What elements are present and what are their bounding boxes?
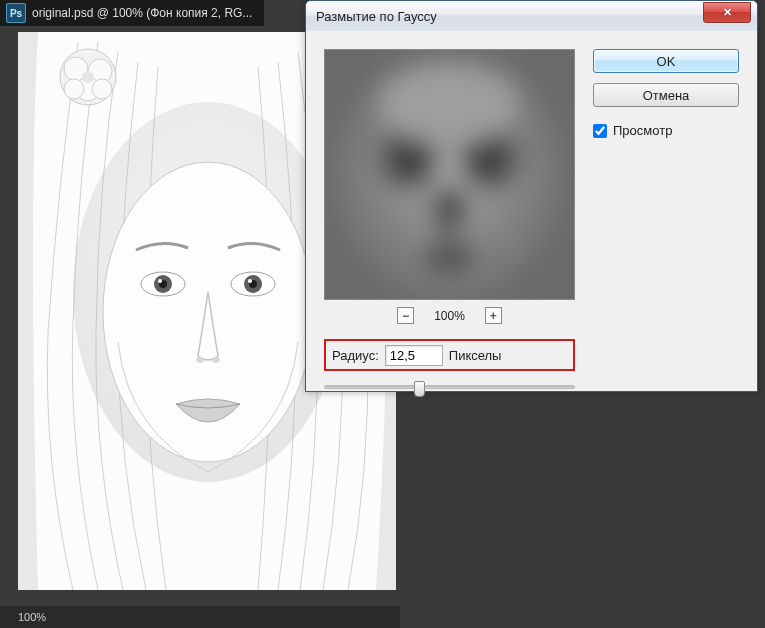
dialog-content: − 100% + Радиус: Пикселы OK Отмена Просм…: [306, 31, 757, 393]
preview-checkbox-row[interactable]: Просмотр: [593, 123, 739, 138]
zoom-controls: − 100% +: [324, 307, 575, 324]
slider-rail: [324, 385, 575, 389]
svg-point-13: [158, 279, 162, 283]
zoom-in-button[interactable]: +: [485, 307, 502, 324]
dialog-title: Размытие по Гауссу: [316, 9, 437, 24]
dialog-buttons: OK Отмена Просмотр: [593, 49, 739, 138]
preview-checkbox-label: Просмотр: [613, 123, 672, 138]
blurred-preview-image: [325, 50, 574, 299]
radius-input[interactable]: [385, 345, 443, 366]
zoom-percent: 100%: [434, 309, 465, 323]
svg-point-6: [64, 79, 84, 99]
photoshop-icon: Ps: [6, 3, 26, 23]
dialog-titlebar[interactable]: Размытие по Гауссу ✕: [306, 1, 757, 31]
svg-point-24: [431, 185, 467, 233]
slider-thumb[interactable]: [414, 381, 425, 397]
radius-group: Радиус: Пикселы: [324, 339, 575, 371]
document-tab[interactable]: Ps original.psd @ 100% (Фон копия 2, RG.…: [0, 0, 264, 26]
preview-checkbox[interactable]: [593, 124, 607, 138]
zoom-status: 100%: [18, 611, 46, 623]
gaussian-blur-dialog: Размытие по Гауссу ✕: [305, 0, 758, 392]
svg-point-19: [212, 357, 220, 363]
svg-point-7: [92, 79, 112, 99]
svg-point-17: [248, 279, 252, 283]
radius-unit: Пикселы: [449, 348, 502, 363]
svg-point-8: [82, 71, 94, 83]
ok-button[interactable]: OK: [593, 49, 739, 73]
svg-point-26: [380, 65, 519, 144]
svg-point-25: [423, 238, 475, 274]
close-icon: ✕: [723, 6, 732, 19]
cancel-button[interactable]: Отмена: [593, 83, 739, 107]
workspace: Ps original.psd @ 100% (Фон копия 2, RG.…: [0, 0, 765, 628]
status-bar: 100%: [0, 606, 400, 628]
document-title: original.psd @ 100% (Фон копия 2, RG...: [32, 6, 264, 20]
preview-box[interactable]: [324, 49, 575, 300]
radius-slider[interactable]: [324, 381, 575, 395]
close-button[interactable]: ✕: [703, 2, 751, 23]
radius-label: Радиус:: [332, 348, 379, 363]
svg-point-18: [196, 357, 204, 363]
zoom-out-button[interactable]: −: [397, 307, 414, 324]
